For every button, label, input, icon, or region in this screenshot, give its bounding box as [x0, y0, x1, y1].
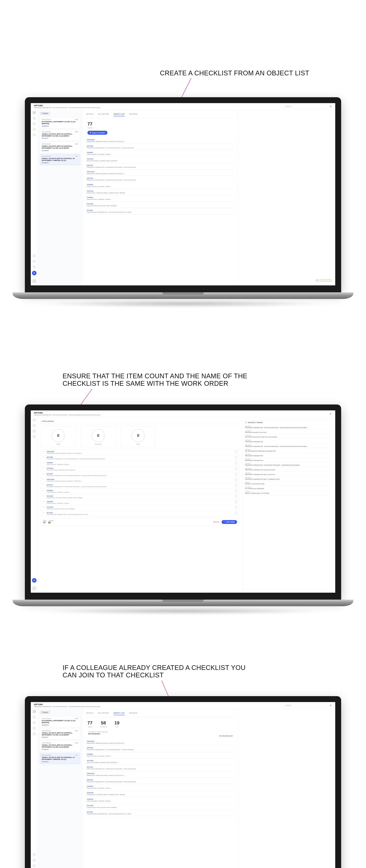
object-row[interactable]: 76CP1002EMERGENCY CONTROL PANEL LIFEBOAT…: [86, 189, 234, 195]
checklist-row[interactable]: 676HS7012BEMERGENCY BRAKE RELEASE LIFEBO…: [41, 477, 239, 483]
checklist-row[interactable]: 740PT5407PRESSURE TRANSMITTER · DISCHARG…: [41, 483, 239, 489]
rail-icon-4[interactable]: [33, 128, 36, 131]
row-checkbox[interactable]: [235, 484, 237, 487]
row-checkbox[interactable]: [235, 512, 237, 515]
tab-revision[interactable]: REVISION: [129, 113, 137, 116]
object-row[interactable]: 40PT5407PRESSURE TRANSMITTER · DISCHARGE…: [86, 765, 234, 771]
row-checkbox[interactable]: [235, 506, 237, 509]
close-button[interactable]: ×: [329, 412, 332, 415]
checklist-row[interactable]: 1240TT5401TEMPERATURE TRANSMITTER · COOL…: [41, 511, 239, 517]
object-row[interactable]: 76HS7022BEMERGENCY BRAKE RELEASE LIFEBOA…: [86, 739, 234, 746]
tab-history[interactable]: EQ. HISTORY: [98, 113, 109, 116]
object-row[interactable]: 76CP1004SELECTOR PANEL LIFEBOAT DAVIT WI…: [86, 157, 234, 163]
status-filter[interactable]: Closed: [40, 711, 50, 714]
recent-row[interactable]: 23CR5158OIL EXPORT BOOSTER PUMP A ACTIVE…: [245, 434, 330, 439]
checklist-row[interactable]: 1157XC4543LIQUID VALVE FOR COOLING UNIT …: [41, 505, 239, 511]
object-row[interactable]: 76JB5007JUNCTION BOX, LIFEBOAT 3 WINCH: [86, 150, 234, 157]
object-row[interactable]: 76HS7012BEMERGENCY BRAKE RELEASE LIFEBOA…: [86, 169, 234, 176]
checklist-row[interactable]: 1076JB5049JUNCTION BOX, LIFEBOAT 1 WINCH: [41, 500, 239, 505]
row-checkbox[interactable]: [235, 501, 237, 503]
recent-row[interactable]: 40PT5406PRESSURE TRANSMITTER: [245, 453, 330, 458]
rail-icon[interactable]: [33, 424, 36, 427]
object-row[interactable]: 76HS7022BEMERGENCY BRAKE RELEASE LIFEBOA…: [86, 137, 234, 144]
object-row[interactable]: 76JB5049JUNCTION BOX, LIFEBOAT 1 WINCH: [86, 195, 234, 202]
rail-icon[interactable]: [33, 732, 36, 735]
recent-row[interactable]: 56PT0294APRESSURE TRANSMITTER ISOLATION …: [245, 467, 330, 472]
object-row[interactable]: 76HS7012BEMERGENCY BRAKE RELEASE LIFEBOA…: [86, 771, 234, 778]
tab-revision[interactable]: REVISION: [129, 712, 137, 715]
recent-row[interactable]: 20PT5301OIL DEHYDRATOR PRESSURE TRANSMIT…: [245, 448, 330, 453]
work-order-card[interactable]: PWO-1089070VISUELL OG DETALJERT EX-KONTR…: [40, 728, 80, 740]
back-breadcrumb[interactable]: ‹ PWO-1001893: [41, 420, 239, 424]
object-row[interactable]: 40PT5406PRESSURE TRANSMITTER · SUCTION P…: [86, 144, 234, 150]
work-order-card[interactable]: PWO-1001893VISUELL OG DETALJERT EX-KONTR…: [40, 154, 80, 165]
object-row[interactable]: 76JB5007JUNCTION BOX, LIFEBOAT 3 WINCH: [86, 752, 234, 758]
row-checkbox[interactable]: [235, 467, 237, 470]
close-button[interactable]: ×: [329, 704, 332, 707]
row-checkbox[interactable]: [235, 451, 237, 453]
work-order-card[interactable]: PWO-1089070VISUELL OG DETALJERT EX-KONTR…: [40, 129, 80, 141]
rail-icon-7[interactable]: [33, 260, 36, 263]
rail-icon-5[interactable]: [33, 133, 36, 136]
recent-row[interactable]: 40PT5407PRESSURE TRANSMITTER · DISCHARGE…: [245, 462, 330, 467]
rail-icon-8[interactable]: [33, 265, 36, 268]
rail-icon[interactable]: [33, 710, 36, 713]
row-checkbox[interactable]: [235, 478, 237, 481]
object-row[interactable]: 57XC4543LIQUID VALVE FOR COOLING UNIT 57…: [86, 202, 234, 208]
checklist-row[interactable]: 476CP1004SELECTOR PANEL LIFEBOAT DAVIT W…: [41, 466, 239, 472]
tab-object-list[interactable]: OBJECT LIST: [113, 712, 124, 715]
object-row[interactable]: 40TT5401TEMPERATURE TRANSMITTER · COOLIN…: [86, 810, 234, 816]
recent-row[interactable]: 57XC100PROG. UTGANG HVAC TIL 87SY0002: [245, 490, 330, 495]
rail-icon[interactable]: [33, 435, 36, 438]
object-row[interactable]: 76CP1004SELECTOR PANEL LIFEBOAT DAVIT WI…: [86, 758, 234, 765]
rail-icon-6[interactable]: [33, 254, 36, 257]
recent-row[interactable]: 33PG5026PRESSURE GAUGE W2 A COLET: [245, 430, 330, 434]
tab-details[interactable]: DETAILS: [86, 113, 93, 116]
object-row[interactable]: 40PT5407PRESSURE TRANSMITTER · DISCHARGE…: [86, 176, 234, 182]
rail-icon[interactable]: [33, 721, 36, 724]
rail-icon-3[interactable]: [33, 122, 36, 125]
recent-row[interactable]: 40PT5406PRESSURE TRANSMITTER · SUCTION P…: [245, 425, 330, 430]
work-order-card[interactable]: PWO-1015373EX-KONTROLL INSTRUMENT C12 DE…: [40, 117, 80, 128]
tab-details[interactable]: DETAILS: [86, 712, 93, 715]
rail-icon[interactable]: [33, 418, 36, 422]
checklist-row[interactable]: 240PT5406PRESSURE TRANSMITTER · SUCTION …: [41, 455, 239, 461]
work-order-card[interactable]: PWO-1001893VISUELL OG DETALJERT EX-KONTR…: [40, 753, 80, 764]
rail-icon-1[interactable]: [33, 111, 36, 114]
rail-icon[interactable]: [33, 727, 36, 730]
checklist-row[interactable]: 876JB5003JUNCTION BOX, LIFEBOAT 1 WINCH: [41, 489, 239, 494]
recent-row[interactable]: 40PT5406PRESSURE TRANSMITTER: [245, 458, 330, 462]
rail-icon[interactable]: [33, 716, 36, 719]
object-row[interactable]: 40PT5407PRESSURE TRANSMITTER · DISCHARGE…: [86, 163, 234, 169]
object-row[interactable]: 40TT5401TEMPERATURE TRANSMITTER · COOLIN…: [86, 208, 234, 215]
checklist-row[interactable]: 540PT5407PRESSURE TRANSMITTER · DISCHARG…: [41, 472, 239, 477]
object-row[interactable]: 76CP1002EMERGENCY CONTROL PANEL LIFEBOAT…: [86, 790, 234, 797]
work-order-card[interactable]: PWO-1406420VISUELL OG DETALJERT EX-KONTR…: [40, 741, 80, 752]
close-button[interactable]: ×: [329, 105, 332, 108]
row-checkbox[interactable]: [235, 456, 237, 459]
row-checkbox[interactable]: [235, 473, 237, 475]
object-row[interactable]: 57XC4543LIQUID VALVE FOR COOLING UNIT 57…: [86, 803, 234, 810]
row-checkbox[interactable]: [235, 495, 237, 498]
row-checkbox[interactable]: [235, 490, 237, 492]
rail-icon[interactable]: [33, 430, 36, 433]
search-input[interactable]: ⌕ Search: [282, 105, 327, 108]
rail-add-button[interactable]: +: [32, 578, 36, 583]
remove-button[interactable]: REMOVE: [213, 521, 219, 523]
recent-row[interactable]: 40PT5406PRESSURE TRANSMITTER · SUCTION P…: [245, 443, 330, 448]
object-row[interactable]: 76JB5003JUNCTION BOX, LIFEBOAT 1 WINCH: [86, 784, 234, 790]
checklist-row[interactable]: 176HS7022BEMERGENCY BRAKE RELEASE LIFEBO…: [41, 450, 239, 455]
rail-icon[interactable]: [33, 864, 36, 867]
add-items-button[interactable]: + ADD ITEMS: [222, 520, 237, 524]
rail-add-button[interactable]: +: [32, 271, 36, 275]
work-order-card[interactable]: PWO-1406420VISUELL OG DETALJERT EX-KONTR…: [40, 142, 80, 153]
rail-icon[interactable]: [33, 859, 36, 862]
recent-row[interactable]: 32PT5008PRESSURE TRANSMITTER WELL 3 COMM…: [245, 476, 330, 481]
recent-row[interactable]: 24C5011DRIVER OIL BOOSTER PUMP: [245, 481, 330, 486]
object-row[interactable]: 40PT5407PRESSURE TRANSMITTER · DISCHARGE…: [86, 778, 234, 784]
recent-row[interactable]: 32PT5003PRESSURE TRANSMITTER WELL A OUTL…: [245, 472, 330, 476]
row-checkbox[interactable]: [235, 462, 237, 464]
copy-to-checklist-button[interactable]: ⧉ Copy to checklist: [87, 131, 107, 135]
join-checklist-button[interactable]: ☰ JOIN CHECKLIST: [219, 735, 233, 737]
search-input[interactable]: ⌕ Search: [282, 704, 327, 707]
